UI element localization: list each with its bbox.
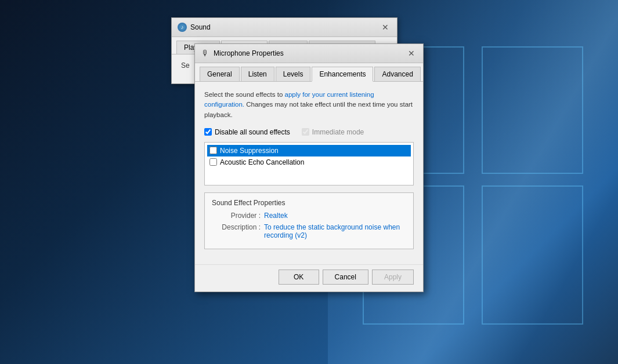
immediate-mode-checkbox[interactable] (302, 128, 309, 136)
win-quadrant-2 (482, 46, 583, 174)
mic-close-button[interactable]: ✕ (406, 48, 417, 59)
disable-all-effects-label[interactable]: Disable all sound effects (204, 128, 290, 136)
tab-general[interactable]: General (200, 67, 240, 81)
apply-button[interactable]: Apply (372, 270, 414, 285)
description-highlight: apply for your current listening configu… (204, 91, 374, 108)
sound-titlebar-left: ♪ Sound (178, 23, 211, 32)
effect-noise-suppression[interactable]: Noise Suppression (207, 145, 411, 156)
sound-content-prefix: Se (181, 61, 190, 70)
ok-button[interactable]: OK (279, 270, 319, 285)
effect-acoustic-echo[interactable]: Acoustic Echo Cancellation (207, 156, 411, 168)
tab-levels[interactable]: Levels (276, 67, 311, 81)
tab-advanced[interactable]: Advanced (374, 67, 420, 81)
provider-row: Provider : Realtek (212, 212, 406, 220)
disable-row: Disable all sound effects Immediate mode (204, 128, 414, 136)
win-quadrant-4 (482, 185, 583, 325)
noise-suppression-checkbox[interactable] (209, 147, 217, 154)
sound-titlebar: ♪ Sound ✕ (172, 18, 397, 37)
description-value: To reduce the static background noise wh… (264, 223, 406, 239)
cancel-button[interactable]: Cancel (323, 270, 368, 285)
provider-value: Realtek (264, 212, 288, 220)
mic-footer: OK Cancel Apply (195, 264, 423, 292)
mic-dialog-title: Microphone Properties (214, 49, 284, 57)
tab-listen[interactable]: Listen (241, 67, 274, 81)
immediate-mode-label: Immediate mode (302, 128, 364, 136)
mic-body: Select the sound effects to apply for yo… (195, 82, 423, 264)
description-row: Description : To reduce the static backg… (212, 223, 406, 239)
mic-titlebar: 🎙 Microphone Properties ✕ (195, 44, 423, 63)
description-label: Description : (212, 223, 264, 231)
noise-suppression-label: Noise Suppression (220, 147, 279, 155)
mic-tabs: General Listen Levels Enhancements Advan… (195, 63, 423, 82)
acoustic-echo-label: Acoustic Echo Cancellation (220, 158, 304, 166)
tab-enhancements[interactable]: Enhancements (312, 67, 373, 82)
acoustic-echo-checkbox[interactable] (209, 158, 217, 166)
provider-label: Provider : (212, 212, 264, 220)
disable-all-effects-text: Disable all sound effects (215, 128, 290, 136)
sound-effect-props-title: Sound Effect Properties (212, 199, 406, 207)
microphone-properties-dialog: 🎙 Microphone Properties ✕ General Listen… (194, 43, 424, 292)
disable-all-effects-checkbox[interactable] (204, 128, 212, 136)
sound-close-button[interactable]: ✕ (380, 21, 391, 33)
mic-titlebar-left: 🎙 Microphone Properties (201, 49, 284, 58)
enhancement-description: Select the sound effects to apply for yo… (204, 90, 414, 120)
immediate-mode-text: Immediate mode (312, 128, 364, 136)
sound-effect-properties-group: Sound Effect Properties Provider : Realt… (204, 192, 414, 249)
microphone-icon: 🎙 (201, 49, 210, 58)
effects-list: Noise Suppression Acoustic Echo Cancella… (204, 142, 414, 185)
sound-app-icon: ♪ (178, 23, 187, 32)
sound-dialog-title: Sound (190, 23, 211, 31)
